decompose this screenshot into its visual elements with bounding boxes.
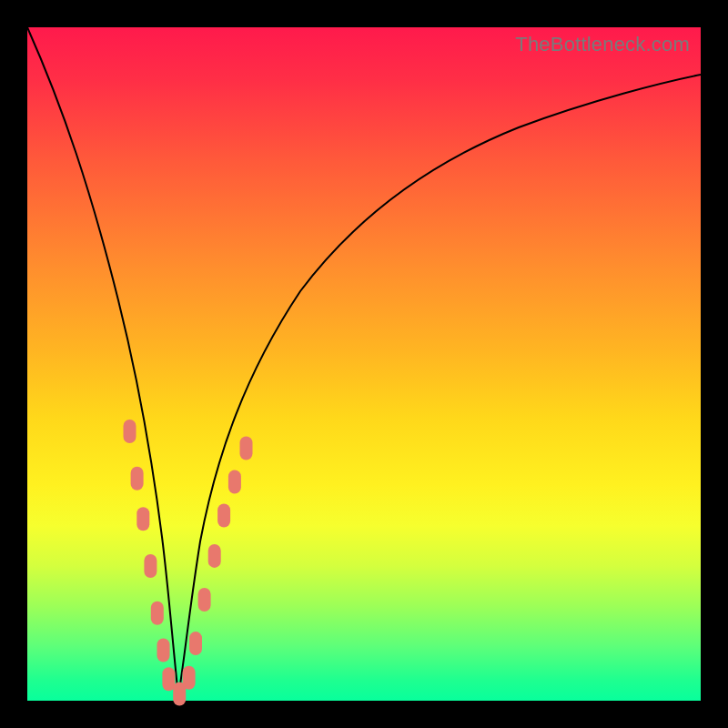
- marker-point: [144, 554, 157, 578]
- marker-point: [151, 602, 164, 625]
- marker-point: [217, 504, 230, 528]
- curve-layer: [27, 27, 701, 701]
- marker-point: [198, 588, 211, 612]
- marker-point: [131, 467, 144, 490]
- chart-frame: TheBottleneck.com: [0, 0, 728, 728]
- marker-point: [208, 544, 221, 568]
- marker-point: [136, 507, 149, 531]
- marker-point: [228, 470, 241, 494]
- marker-group: [124, 420, 253, 706]
- marker-point: [189, 632, 202, 655]
- marker-point: [240, 437, 253, 460]
- bottleneck-curve: [27, 27, 701, 696]
- marker-point: [124, 420, 136, 443]
- marker-point: [162, 667, 175, 691]
- marker-point: [183, 666, 196, 690]
- marker-point: [157, 639, 170, 662]
- plot-area: TheBottleneck.com: [27, 27, 701, 701]
